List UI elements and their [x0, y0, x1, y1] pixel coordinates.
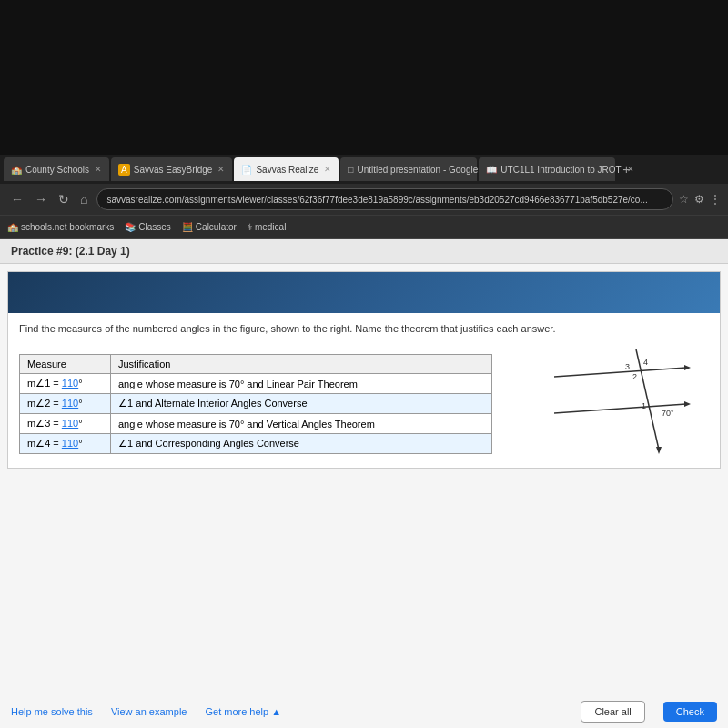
svg-text:4: 4 [643, 358, 648, 367]
diagram-area: 70° 3 4 2 1 [527, 345, 709, 457]
menu-icon[interactable]: ⋮ [710, 193, 721, 206]
close-icon[interactable]: ✕ [95, 165, 102, 174]
svg-marker-3 [684, 401, 691, 407]
question-text: Find the measures of the numbered angles… [19, 322, 709, 336]
bookmark-medical[interactable]: ⚕ medical [248, 222, 286, 232]
justification-4: ∠1 and Corresponding Angles Converse [111, 434, 492, 454]
svg-marker-5 [656, 447, 662, 454]
measure-4: m∠4 = 110° [20, 434, 111, 454]
table-row: m∠2 = 110° ∠1 and Alternate Interior Ang… [20, 394, 492, 414]
answers-table: Measure Justification m∠1 = 110° angle w… [19, 354, 492, 454]
reload-button[interactable]: ↻ [55, 190, 73, 208]
bookmark-calculator[interactable]: 🧮 Calculator [182, 222, 237, 232]
svg-line-0 [554, 368, 686, 377]
practice-title: Practice #9: (2.1 Day 1) [0, 239, 728, 264]
address-bar[interactable]: savvasrealize.com/assignments/viewer/cla… [96, 188, 673, 210]
bookmark-schools[interactable]: 🏫 schools.net bookmarks [7, 222, 114, 232]
forward-button[interactable]: → [31, 190, 51, 208]
bookmark-icon: 📚 [125, 222, 136, 232]
more-help-link[interactable]: Get more help ▲ [205, 706, 281, 717]
svg-text:2: 2 [632, 372, 637, 381]
browser-chrome: 🏫 County Schools ✕ A Savvas EasyBridge ✕… [0, 155, 728, 239]
page-wrapper: Practice #9: (2.1 Day 1) Find the measur… [0, 239, 728, 693]
svg-text:1: 1 [642, 401, 646, 410]
bookmark-icon: ⚕ [248, 222, 252, 232]
angle-diagram-svg: 70° 3 4 2 1 [527, 345, 709, 454]
clear-all-button[interactable]: Clear all [581, 701, 644, 723]
star-icon[interactable]: ☆ [679, 193, 689, 206]
tab-jrotc[interactable]: 📖 UTC1L1 Introduction to JROT ✕ [479, 157, 615, 181]
diagram-and-content: Measure Justification m∠1 = 110° angle w… [19, 345, 709, 457]
new-tab-button[interactable]: + [617, 162, 635, 177]
table-row: m∠3 = 110° angle whose measure is 70° an… [20, 414, 492, 434]
back-button[interactable]: ← [7, 190, 27, 208]
main-content: Practice #9: (2.1 Day 1) Find the measur… [0, 239, 728, 693]
blue-header [8, 272, 720, 313]
justification-2: ∠1 and Alternate Interior Angles Convers… [111, 394, 492, 414]
view-example-link[interactable]: View an example [111, 706, 187, 717]
measure-3: m∠3 = 110° [20, 414, 111, 434]
left-content: Measure Justification m∠1 = 110° angle w… [19, 345, 518, 457]
tab-icon: 🏫 [11, 165, 22, 175]
bookmark-classes[interactable]: 📚 Classes [125, 222, 171, 232]
browser-icons: ☆ ⚙ ⋮ [679, 193, 721, 206]
measure-1: m∠1 = 110° [20, 374, 111, 394]
bookmarks-bar: 🏫 schools.net bookmarks 📚 Classes 🧮 Calc… [0, 215, 728, 238]
settings-icon[interactable]: ⚙ [694, 193, 704, 206]
col-header-justification: Justification [111, 355, 492, 374]
tab-county-schools[interactable]: 🏫 County Schools ✕ [4, 157, 109, 181]
svg-text:70°: 70° [662, 409, 674, 418]
justification-1: angle whose measure is 70° and Linear Pa… [111, 374, 492, 394]
home-button[interactable]: ⌂ [76, 190, 91, 208]
tab-easybridge[interactable]: A Savvas EasyBridge ✕ [111, 157, 232, 181]
measure-2: m∠2 = 110° [20, 394, 111, 414]
tab-icon: □ [348, 165, 353, 175]
content-area: Find the measures of the numbered angles… [7, 271, 721, 469]
col-header-measure: Measure [20, 355, 111, 374]
nav-buttons: ← → ↻ ⌂ [7, 190, 91, 208]
table-row: m∠1 = 110° angle whose measure is 70° an… [20, 374, 492, 394]
svg-text:3: 3 [625, 362, 630, 371]
justification-3: angle whose measure is 70° and Vertical … [111, 414, 492, 434]
help-solve-link[interactable]: Help me solve this [11, 706, 93, 717]
tab-icon: A [118, 164, 130, 176]
svg-marker-1 [684, 365, 691, 370]
tab-google-slides[interactable]: □ Untitled presentation - Google ✕ [340, 157, 477, 181]
check-button[interactable]: Check [663, 702, 717, 722]
close-icon[interactable]: ✕ [217, 165, 225, 174]
top-black-area [0, 0, 728, 155]
tab-icon: 📖 [486, 165, 497, 175]
tab-bar: 🏫 County Schools ✕ A Savvas EasyBridge ✕… [0, 155, 728, 184]
bookmark-icon: 🧮 [182, 222, 193, 232]
tab-savvas-realize[interactable]: 📄 Savvas Realize ✕ [234, 157, 339, 181]
bookmark-icon: 🏫 [7, 222, 18, 232]
address-text: savvasrealize.com/assignments/viewer/cla… [106, 195, 647, 205]
close-icon[interactable]: ✕ [324, 165, 331, 174]
bottom-bar: Help me solve this View an example Get m… [0, 693, 728, 728]
tab-icon: 📄 [241, 165, 252, 175]
address-bar-row: ← → ↻ ⌂ savvasrealize.com/assignments/vi… [0, 184, 728, 215]
table-row: m∠4 = 110° ∠1 and Corresponding Angles C… [20, 434, 492, 454]
